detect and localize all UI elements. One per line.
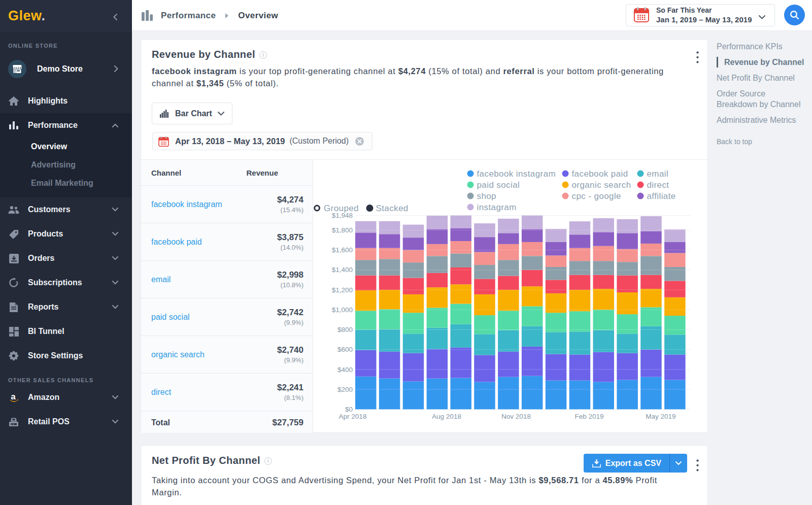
svg-text:instagram: instagram bbox=[477, 203, 517, 212]
svg-text:$600: $600 bbox=[337, 346, 353, 353]
svg-text:paid social: paid social bbox=[477, 180, 520, 190]
svg-text:Nov 2018: Nov 2018 bbox=[501, 413, 531, 420]
svg-text:cpc - google: cpc - google bbox=[572, 191, 621, 201]
svg-text:facebook paid: facebook paid bbox=[572, 169, 628, 179]
svg-text:facebook instagram: facebook instagram bbox=[477, 169, 556, 179]
svg-text:Aug 2018: Aug 2018 bbox=[432, 413, 461, 420]
svg-text:$400: $400 bbox=[337, 366, 353, 374]
svg-text:shop: shop bbox=[477, 191, 496, 201]
svg-text:Grouped: Grouped bbox=[324, 204, 359, 213]
svg-text:$200: $200 bbox=[337, 386, 353, 393]
svg-text:$0: $0 bbox=[345, 406, 353, 413]
svg-text:direct: direct bbox=[647, 180, 669, 190]
svg-text:email: email bbox=[647, 169, 669, 179]
svg-text:$1,200: $1,200 bbox=[332, 286, 353, 294]
svg-text:affiliate: affiliate bbox=[647, 191, 676, 201]
svg-text:May 2019: May 2019 bbox=[646, 413, 675, 420]
svg-text:$1,000: $1,000 bbox=[332, 306, 353, 314]
svg-text:$1,400: $1,400 bbox=[332, 266, 353, 274]
svg-text:organic search: organic search bbox=[572, 180, 631, 190]
svg-text:$1,800: $1,800 bbox=[332, 226, 353, 234]
svg-text:$1,600: $1,600 bbox=[332, 246, 353, 254]
svg-text:Feb 2019: Feb 2019 bbox=[574, 413, 603, 420]
svg-text:Apr 2018: Apr 2018 bbox=[339, 413, 367, 420]
svg-text:a: a bbox=[11, 392, 16, 401]
svg-text:Stacked: Stacked bbox=[376, 204, 409, 213]
svg-text:$800: $800 bbox=[337, 326, 353, 333]
